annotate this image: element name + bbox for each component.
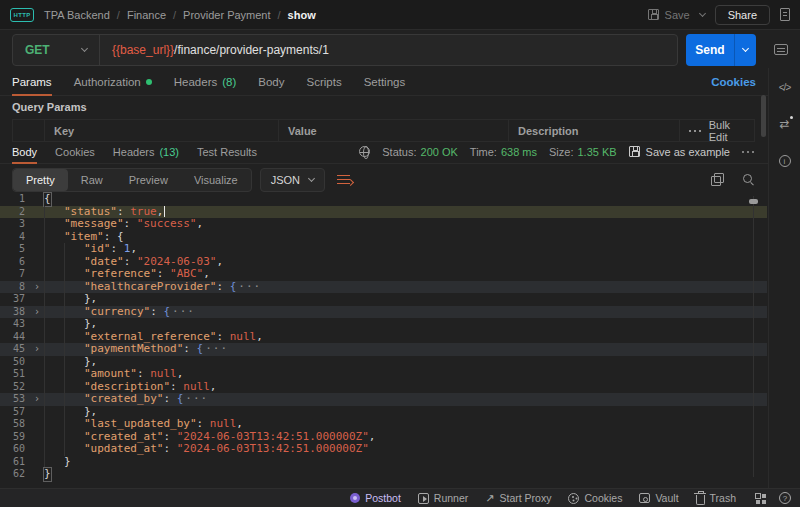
view-tab-raw[interactable]: Raw [68, 169, 116, 191]
tab-headers[interactable]: Headers(13) [113, 140, 179, 163]
statusbar-item-runner[interactable]: Runner [418, 492, 468, 504]
tab-test-results[interactable]: Test Results [197, 140, 257, 163]
view-tab-visualize[interactable]: Visualize [181, 169, 251, 191]
line-number: 43 [0, 318, 30, 331]
cookies-link[interactable]: Cookies [711, 76, 756, 88]
fold-chevron-icon[interactable]: › [30, 281, 44, 294]
text-cursor [164, 206, 165, 217]
method-select[interactable]: GET [13, 35, 99, 65]
code-line: 1{ [0, 193, 767, 206]
code-text: "paymentMethod": {··· [44, 343, 228, 356]
size-value: 1.35 KB [577, 146, 616, 158]
comments-icon[interactable] [774, 44, 788, 55]
more-options-icon[interactable] [689, 129, 701, 133]
line-number: 57 [0, 406, 30, 419]
indent-guide [44, 406, 64, 419]
fold-chevron-icon[interactable]: › [30, 343, 44, 356]
info-icon[interactable]: i [779, 155, 791, 167]
token-s: "ABC" [170, 268, 203, 281]
send-options-chevron[interactable] [734, 34, 756, 66]
help-icon[interactable]: ? [779, 492, 791, 504]
view-tab-pretty[interactable]: Pretty [13, 169, 68, 191]
save-chevron-down-icon[interactable] [699, 9, 706, 16]
code-line: 58"last_updated_by": null, [0, 418, 767, 431]
select-all-checkbox-cell[interactable] [13, 120, 45, 141]
indent-guide [44, 306, 64, 319]
related-requests-icon[interactable]: ⇄ [779, 117, 789, 131]
grid-panels-icon[interactable] [755, 493, 765, 503]
tab-scripts[interactable]: Scripts [307, 68, 342, 95]
bulk-edit-button[interactable]: Bulk Edit [709, 119, 745, 143]
line-number: 62 [0, 468, 30, 481]
response-body-code[interactable]: 1{2"status": true,3"message": "success",… [0, 193, 767, 481]
line-number: 61 [0, 456, 30, 469]
token-s: null [230, 331, 257, 344]
copy-icon[interactable] [711, 173, 724, 186]
tab-label: Params [12, 76, 52, 88]
line-number: 7 [0, 268, 30, 281]
breadcrumb-item[interactable]: show [288, 9, 316, 21]
send-button[interactable]: Send [686, 34, 756, 66]
share-button[interactable]: Share [715, 5, 770, 25]
token-n: 1 [124, 243, 131, 256]
code-line: 5"id": 1, [0, 243, 767, 256]
documentation-icon[interactable] [780, 8, 790, 21]
save-as-example-button[interactable]: Save as example [629, 146, 730, 158]
column-header-value[interactable]: Value [279, 120, 509, 141]
network-globe-icon[interactable] [359, 146, 370, 157]
fold-chevron-icon[interactable]: › [30, 306, 44, 319]
statusbar-item-start-proxy[interactable]: ↗Start Proxy [485, 492, 551, 505]
request-url-row: GET {{base_url}}/finance/provider-paymen… [0, 31, 800, 68]
code-line: 60"updated_at": "2024-06-03T13:42:51.000… [0, 443, 767, 456]
tab-body[interactable]: Body [258, 68, 284, 95]
breadcrumb-item[interactable]: TPA Backend [44, 9, 110, 21]
column-header-key[interactable]: Key [45, 120, 279, 141]
breadcrumb-separator: / [173, 9, 176, 21]
token-d: ··· [185, 393, 208, 406]
column-header-description[interactable]: Description [509, 120, 680, 141]
panel-scrollbar-thumb[interactable] [761, 95, 766, 137]
token-cb: { [230, 281, 237, 294]
statusbar-item-trash[interactable]: Trash [696, 492, 736, 505]
statusbar-item-cookies[interactable]: Cookies [568, 492, 622, 504]
tab-settings[interactable]: Settings [364, 68, 406, 95]
save-button[interactable]: Save [648, 9, 690, 21]
code-scrollbar-thumb[interactable] [749, 199, 758, 204]
fold-chevron-icon[interactable]: › [30, 393, 44, 406]
token-k: "message" [64, 218, 124, 231]
view-tab-preview[interactable]: Preview [116, 169, 181, 191]
search-icon[interactable] [742, 173, 755, 186]
response-more-options-icon[interactable] [742, 150, 756, 154]
tab-authorization[interactable]: Authorization [74, 68, 152, 95]
statusbar-item-postbot[interactable]: Postbot [350, 492, 401, 504]
indent-guide [44, 281, 64, 294]
code-text: "created_by": {··· [44, 393, 208, 406]
format-select[interactable]: JSON [260, 168, 325, 192]
tab-headers[interactable]: Headers(8) [174, 68, 237, 95]
tab-label: Body [12, 146, 37, 158]
line-number: 44 [0, 331, 30, 344]
url-bar: GET {{base_url}}/finance/provider-paymen… [12, 34, 678, 66]
breadcrumb-item[interactable]: Provider Payment [183, 9, 270, 21]
url-input[interactable]: {{base_url}}/finance/provider-payments/1 [100, 43, 341, 57]
line-number: 45 [0, 343, 30, 356]
tab-cookies[interactable]: Cookies [55, 140, 95, 163]
breadcrumb-item[interactable]: Finance [127, 9, 166, 21]
wrap-lines-icon[interactable] [337, 174, 352, 186]
indent-guide [64, 306, 84, 319]
send-label[interactable]: Send [686, 34, 734, 66]
code-line: 43}, [0, 318, 767, 331]
tab-label: Headers [174, 76, 217, 88]
tab-params[interactable]: Params [12, 68, 52, 95]
code-scrollbar-track[interactable] [753, 196, 754, 477]
token-k: "reference" [84, 268, 157, 281]
tab-body[interactable]: Body [12, 140, 37, 163]
indent-guide [44, 206, 64, 219]
statusbar-item-vault[interactable]: Vault [639, 492, 678, 504]
token-s: null [150, 368, 177, 381]
trash-icon [696, 495, 705, 505]
status-value: 200 OK [421, 146, 458, 158]
indent-guide [64, 343, 84, 356]
code-snippet-icon[interactable]: </> [779, 82, 790, 93]
line-number: 58 [0, 418, 30, 431]
